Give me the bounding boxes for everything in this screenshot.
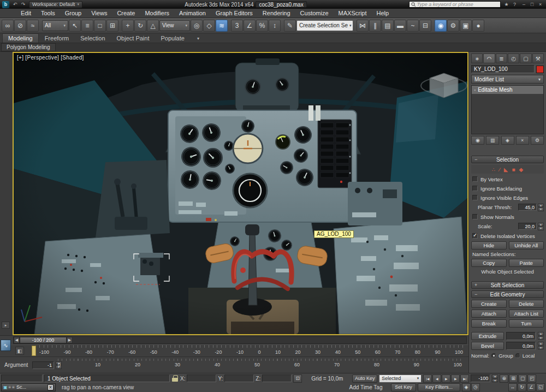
- time-slider-track[interactable]: ◀ -100 / 200 ▶: [13, 336, 467, 344]
- mini-window-close-icon[interactable]: ×: [48, 384, 54, 390]
- z-coordinate-field[interactable]: [262, 375, 292, 382]
- maxscript-mini-listener[interactable]: [1, 375, 43, 382]
- object-name-field[interactable]: KY_LOD_100: [471, 65, 535, 73]
- orbit-icon[interactable]: ↻: [518, 383, 526, 391]
- go-to-start-button[interactable]: |◀: [423, 375, 432, 383]
- element-mode-icon[interactable]: ◆: [519, 167, 524, 173]
- menu-item[interactable]: Customize: [296, 9, 333, 17]
- render-setup-icon[interactable]: ⚙: [447, 20, 459, 32]
- break-button[interactable]: Break: [471, 319, 507, 328]
- scale-field[interactable]: 20,0: [518, 223, 537, 230]
- spinner-snap-icon[interactable]: ↕: [269, 20, 281, 32]
- by-vertex-checkbox[interactable]: [472, 176, 478, 182]
- menu-item[interactable]: Graph Editors: [211, 9, 257, 17]
- normal-local-radio[interactable]: [515, 353, 520, 358]
- favorites-icon[interactable]: ★: [503, 2, 510, 7]
- selection-lock-toggle[interactable]: [171, 375, 179, 382]
- ribbon-tab-selection[interactable]: Selection: [75, 34, 110, 43]
- keyboard-override-icon[interactable]: ≋: [216, 20, 228, 32]
- ignore-backfacing-checkbox[interactable]: [472, 186, 478, 191]
- paste-button[interactable]: Paste: [509, 259, 544, 267]
- window-crossing-icon[interactable]: ⊞: [106, 20, 118, 32]
- select-object-icon[interactable]: ↖: [69, 20, 81, 32]
- edit-named-selections-icon[interactable]: ✎: [284, 20, 296, 32]
- ribbon-tab-populate[interactable]: Populate: [155, 34, 189, 43]
- minimized-dialog[interactable]: ▣≡≡ Sc... ×: [1, 383, 56, 391]
- help-icon[interactable]: ?: [511, 2, 518, 7]
- menu-item[interactable]: Edit: [16, 9, 35, 17]
- bevel-spinner[interactable]: [538, 342, 544, 349]
- ribbon-toggle-icon[interactable]: ▬: [394, 20, 406, 32]
- attach-button[interactable]: Attach: [471, 310, 507, 318]
- selected-dropdown[interactable]: Selected: [379, 375, 422, 383]
- pin-stack-icon[interactable]: ◉: [471, 136, 484, 145]
- named-selection-sets-dropdown[interactable]: Create Selection Se: [296, 20, 353, 31]
- object-color-swatch[interactable]: [536, 66, 544, 73]
- display-tab-icon[interactable]: ▢: [520, 54, 531, 63]
- ribbon-tab-modeling[interactable]: Modeling: [2, 33, 39, 43]
- snap-toggle-3d-icon[interactable]: 3: [231, 20, 243, 32]
- next-frame-button[interactable]: ▶: [451, 375, 460, 383]
- vertex-mode-icon[interactable]: ∴: [492, 167, 495, 173]
- planar-thresh-field[interactable]: 45,0: [518, 204, 537, 211]
- bevel-button[interactable]: Bevel: [471, 342, 504, 350]
- menu-item[interactable]: Modifiers: [140, 9, 174, 17]
- select-and-move-icon[interactable]: +: [122, 20, 134, 32]
- auto-key-button[interactable]: Auto Key: [352, 375, 377, 383]
- current-frame-field[interactable]: -100: [471, 375, 490, 382]
- modify-tab-icon[interactable]: ◠: [483, 54, 495, 63]
- delete-button[interactable]: Delete: [509, 300, 544, 308]
- motion-tab-icon[interactable]: ◴: [508, 54, 519, 63]
- reference-coordinate-dropdown[interactable]: View: [159, 20, 190, 31]
- soft-selection-rollout-header[interactable]: + Soft Selection: [471, 281, 544, 289]
- angle-snap-icon[interactable]: ∠: [244, 20, 256, 32]
- percent-snap-icon[interactable]: %: [256, 20, 268, 32]
- redo-icon[interactable]: ↷: [20, 2, 27, 7]
- workspace-dropdown[interactable]: Workspace: Default: [29, 1, 82, 8]
- scale-spinner[interactable]: [538, 223, 544, 230]
- create-tab-icon[interactable]: ∗: [471, 54, 483, 63]
- delete-isolated-vertices-checkbox[interactable]: [472, 233, 478, 239]
- menu-item[interactable]: Group: [61, 9, 86, 17]
- expand-panel-icon[interactable]: ▸: [2, 322, 10, 329]
- bevel-field[interactable]: 0,0m: [506, 342, 536, 350]
- align-icon[interactable]: ∥: [369, 20, 381, 32]
- polygon-modeling-tab[interactable]: Polygon Modeling: [1, 43, 56, 51]
- perspective-viewport[interactable]: [+] [Perspective] [Shaded] AG_LOD_100: [13, 52, 468, 335]
- edge-mode-icon[interactable]: ∕: [499, 167, 500, 173]
- undo-icon[interactable]: ↶: [11, 2, 19, 7]
- bind-to-space-warp-icon[interactable]: ≈: [27, 20, 39, 32]
- extrude-field[interactable]: 0,0m: [506, 332, 536, 340]
- key-mode-toggle-icon[interactable]: ◈: [462, 383, 471, 391]
- maximize-icon[interactable]: □: [529, 2, 536, 7]
- rendered-frame-icon[interactable]: ▣: [460, 20, 472, 32]
- schematic-view-icon[interactable]: ⊟: [419, 20, 431, 32]
- viewport-label[interactable]: [+] [Perspective] [Shaded]: [17, 55, 84, 61]
- menu-item[interactable]: MAXScript: [334, 9, 371, 17]
- track-bar[interactable]: ◧ -100-90-80-70-60-50-40-30-20-100102030…: [0, 345, 468, 357]
- selection-region-icon[interactable]: □: [94, 20, 106, 32]
- face-mode-icon[interactable]: ◣: [504, 167, 508, 173]
- x-coordinate-field[interactable]: [187, 375, 216, 382]
- menu-item[interactable]: Rendering: [258, 9, 295, 17]
- utilities-tab-icon[interactable]: ⚒: [532, 54, 544, 63]
- planar-thresh-spinner[interactable]: [538, 204, 544, 211]
- render-production-icon[interactable]: ●: [472, 20, 484, 32]
- menu-item[interactable]: Animation: [175, 9, 210, 17]
- select-and-manipulate-icon[interactable]: ◇: [203, 20, 215, 32]
- modifier-list-dropdown[interactable]: Modifier List: [471, 75, 544, 84]
- search-input[interactable]: [417, 2, 498, 7]
- next-frame-arrow[interactable]: ▶: [67, 337, 73, 343]
- material-editor-icon[interactable]: ◉: [435, 20, 447, 32]
- y-coordinate-field[interactable]: [224, 375, 254, 382]
- show-normals-checkbox[interactable]: [472, 214, 478, 219]
- ribbon-config-arrow-icon[interactable]: ▾: [194, 36, 203, 43]
- previous-frame-button[interactable]: ◀: [432, 375, 441, 383]
- stack-item-editable-mesh[interactable]: Editable Mesh: [472, 86, 543, 94]
- pan-icon[interactable]: ↔: [508, 383, 517, 391]
- mini-curve-editor-button[interactable]: ∿: [1, 340, 11, 351]
- unhide-all-button[interactable]: Unhide All: [509, 241, 544, 250]
- fov-icon[interactable]: ∠: [527, 383, 536, 391]
- current-frame-marker[interactable]: [32, 346, 36, 356]
- layer-explorer-icon[interactable]: ▤: [382, 20, 394, 32]
